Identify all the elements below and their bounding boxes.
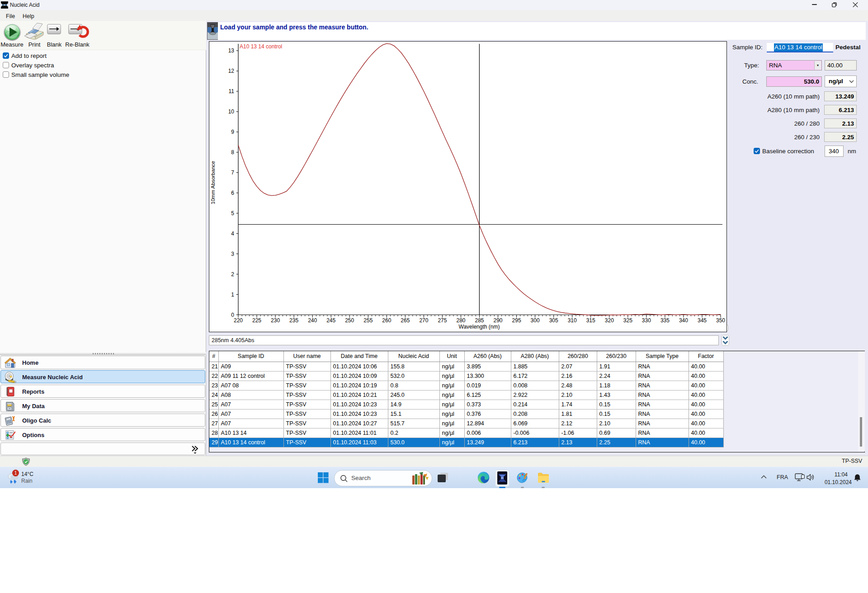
svg-text:320: 320 [605, 317, 614, 324]
svg-text:275: 275 [438, 317, 447, 324]
svg-text:10: 10 [228, 108, 235, 115]
svg-text:4: 4 [231, 231, 234, 237]
svg-text:A10 13 14 control: A10 13 14 control [240, 43, 282, 50]
svg-text:235: 235 [289, 317, 298, 324]
svg-text:315: 315 [586, 317, 595, 324]
svg-text:225: 225 [252, 317, 261, 324]
svg-text:335: 335 [660, 317, 670, 324]
svg-text:13: 13 [228, 47, 235, 54]
svg-text:3: 3 [231, 251, 234, 257]
svg-text:245: 245 [326, 317, 335, 324]
svg-text:345: 345 [698, 317, 707, 324]
svg-text:Wavelength (nm): Wavelength (nm) [459, 324, 500, 330]
svg-text:250: 250 [345, 317, 354, 324]
svg-text:10mm Absorbance: 10mm Absorbance [210, 161, 216, 204]
svg-text:310: 310 [568, 317, 577, 324]
svg-text:255: 255 [363, 317, 373, 324]
svg-text:270: 270 [419, 317, 428, 324]
svg-text:285: 285 [475, 317, 484, 324]
svg-text:290: 290 [493, 317, 502, 324]
svg-text:330: 330 [642, 317, 651, 324]
svg-text:305: 305 [549, 317, 558, 324]
svg-text:325: 325 [623, 317, 632, 324]
svg-text:8: 8 [231, 149, 234, 155]
svg-text:220: 220 [234, 317, 243, 324]
svg-text:9: 9 [231, 129, 234, 135]
svg-text:260: 260 [382, 317, 391, 324]
svg-text:11: 11 [229, 88, 235, 94]
svg-text:340: 340 [679, 317, 688, 324]
svg-text:5: 5 [231, 210, 234, 216]
svg-text:1: 1 [231, 292, 234, 298]
svg-text:230: 230 [271, 317, 280, 324]
svg-text:12: 12 [228, 68, 235, 74]
svg-text:240: 240 [308, 317, 317, 324]
svg-text:295: 295 [512, 317, 521, 324]
svg-text:280: 280 [456, 317, 465, 324]
svg-text:6: 6 [231, 190, 234, 196]
svg-text:265: 265 [401, 317, 410, 324]
svg-text:7: 7 [231, 169, 234, 176]
svg-text:2: 2 [231, 271, 234, 278]
svg-text:350: 350 [716, 317, 725, 324]
svg-text:300: 300 [531, 317, 540, 324]
